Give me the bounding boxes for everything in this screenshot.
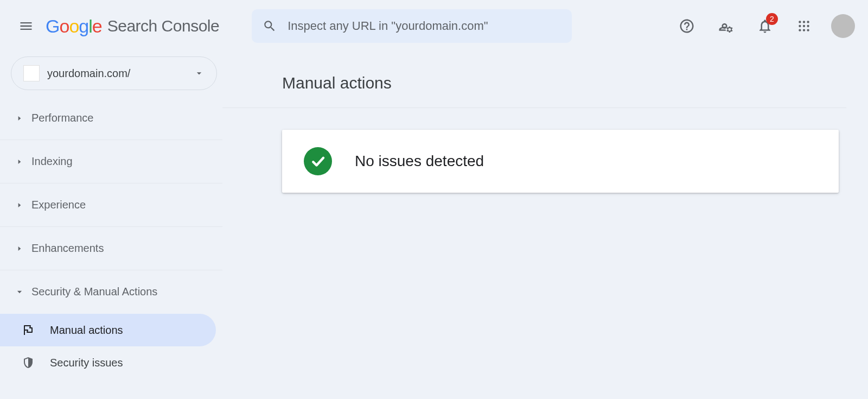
chevron-right-icon [15, 201, 24, 209]
chevron-right-icon [15, 245, 24, 252]
main-content: Manual actions No issues detected [222, 52, 868, 399]
success-check-icon [304, 147, 332, 175]
svg-point-5 [807, 25, 809, 27]
svg-point-4 [803, 25, 805, 27]
google-logo: Google [46, 16, 102, 37]
user-settings-icon [718, 18, 734, 34]
url-inspect-search[interactable] [252, 9, 572, 43]
svg-point-1 [803, 21, 805, 23]
sidebar-subitem-security-issues[interactable]: Security issues [0, 346, 216, 379]
sidebar-item-performance[interactable]: Performance [0, 97, 222, 140]
product-name: Search Console [107, 17, 219, 35]
header-actions: 2 [675, 14, 855, 38]
sidebar-item-label: Enhancements [31, 242, 104, 255]
status-card: No issues detected [282, 130, 839, 193]
user-settings-button[interactable] [714, 14, 738, 38]
svg-point-2 [807, 21, 809, 23]
sidebar-item-label: Indexing [31, 155, 73, 168]
page-title: Manual actions [222, 74, 846, 108]
help-icon [679, 18, 695, 34]
shield-icon [22, 356, 35, 369]
property-label: yourdomain.com/ [47, 67, 186, 80]
google-apps-button[interactable] [792, 14, 816, 38]
apps-grid-icon [797, 19, 811, 33]
sidebar-subitem-label: Manual actions [50, 324, 123, 337]
sidebar-item-label: Security & Manual Actions [31, 286, 157, 298]
app-header: Google Search Console 2 [0, 0, 868, 52]
sidebar: yourdomain.com/ Performance Indexing Exp… [0, 52, 222, 399]
sidebar-subitem-label: Security issues [50, 357, 123, 369]
svg-point-6 [799, 29, 801, 31]
property-favicon [23, 65, 40, 81]
help-button[interactable] [675, 14, 699, 38]
notification-badge: 2 [766, 13, 778, 25]
flag-icon [22, 324, 35, 337]
sidebar-item-enhancements[interactable]: Enhancements [0, 227, 222, 270]
sidebar-subitem-manual-actions[interactable]: Manual actions [0, 314, 216, 346]
sidebar-item-experience[interactable]: Experience [0, 183, 222, 227]
product-logo[interactable]: Google Search Console [46, 16, 219, 37]
chevron-down-icon [15, 288, 24, 296]
svg-point-0 [799, 21, 801, 23]
account-avatar[interactable] [831, 14, 855, 38]
sidebar-item-label: Experience [31, 199, 86, 211]
status-message: No issues detected [355, 153, 484, 170]
svg-point-8 [807, 29, 809, 31]
sidebar-item-indexing[interactable]: Indexing [0, 140, 222, 183]
url-inspect-input[interactable] [288, 19, 561, 33]
chevron-right-icon [15, 158, 24, 166]
main-menu-button[interactable] [13, 13, 39, 39]
hamburger-icon [18, 18, 34, 34]
property-selector[interactable]: yourdomain.com/ [11, 56, 217, 90]
dropdown-arrow-icon [194, 68, 205, 79]
svg-point-7 [803, 29, 805, 31]
sidebar-item-security[interactable]: Security & Manual Actions [0, 270, 222, 314]
sidebar-item-label: Performance [31, 112, 94, 124]
svg-point-3 [799, 25, 801, 27]
notifications-button[interactable]: 2 [753, 14, 777, 38]
chevron-right-icon [15, 115, 24, 122]
search-icon [263, 19, 277, 33]
